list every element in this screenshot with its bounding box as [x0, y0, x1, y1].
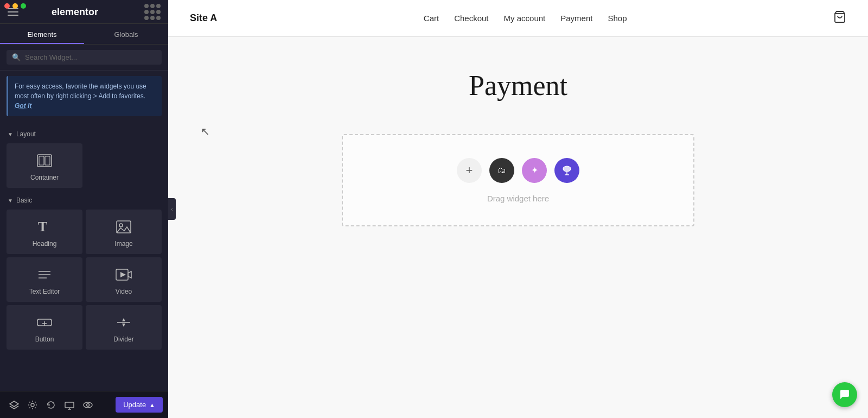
- svg-marker-12: [120, 272, 126, 277]
- svg-rect-21: [65, 402, 74, 408]
- ai-icon[interactable]: [554, 158, 579, 183]
- svg-marker-11: [128, 271, 131, 278]
- nav-links: Cart Checkout My account Payment Shop: [424, 14, 627, 23]
- nav-link-payment[interactable]: Payment: [560, 14, 592, 23]
- drop-zone-label: Drag widget here: [487, 194, 549, 203]
- section-basic-toggle[interactable]: ▼ Basic: [0, 192, 168, 207]
- traffic-light-yellow[interactable]: [12, 3, 18, 9]
- heading-icon: T: [36, 218, 53, 236]
- nav-link-checkout[interactable]: Checkout: [454, 14, 488, 23]
- traffic-light-green[interactable]: [21, 3, 26, 9]
- video-icon: [115, 266, 132, 283]
- update-button[interactable]: Update ▲: [116, 397, 163, 413]
- history-icon[interactable]: [42, 396, 60, 414]
- svg-rect-2: [39, 156, 44, 165]
- widget-divider-label: Divider: [113, 335, 133, 343]
- widget-heading-label: Heading: [33, 240, 57, 248]
- sparkle-icon[interactable]: ✦: [522, 158, 547, 183]
- section-layout-label: Layout: [16, 130, 36, 138]
- search-box: 🔍: [7, 50, 162, 65]
- svg-point-25: [87, 403, 90, 406]
- elementor-logo: elementor: [52, 5, 111, 18]
- search-icon: 🔍: [12, 53, 21, 61]
- layout-widget-grid: Container: [0, 141, 168, 192]
- svg-point-24: [84, 402, 92, 408]
- sidebar: elementor Elements Globals 🔍 For easy ac…: [0, 0, 168, 418]
- widget-heading[interactable]: T Heading: [7, 210, 82, 254]
- svg-point-20: [31, 403, 34, 407]
- page-title: Payment: [469, 69, 567, 102]
- widget-button[interactable]: Button: [7, 305, 82, 350]
- nav-link-myaccount[interactable]: My account: [504, 14, 546, 23]
- svg-marker-19: [10, 401, 18, 407]
- widget-text-editor-label: Text Editor: [29, 288, 60, 295]
- apps-grid-icon[interactable]: [144, 4, 161, 20]
- section-basic-label: Basic: [16, 197, 32, 204]
- text-editor-icon: [36, 266, 53, 283]
- main-content: Site A Cart Checkout My account Payment …: [168, 0, 868, 418]
- traffic-lights: [4, 3, 26, 9]
- svg-rect-5: [117, 221, 131, 233]
- tab-elements[interactable]: Elements: [0, 24, 84, 44]
- button-icon: [36, 314, 53, 331]
- visibility-icon[interactable]: [79, 396, 97, 414]
- svg-marker-18: [122, 324, 125, 327]
- widget-text-editor[interactable]: Text Editor: [7, 257, 82, 302]
- basic-widget-grid: T Heading Image: [0, 207, 168, 354]
- image-icon: [115, 218, 132, 236]
- svg-marker-17: [122, 318, 125, 321]
- widget-container-label: Container: [30, 174, 59, 181]
- update-label: Update: [123, 401, 146, 409]
- tip-text: For easy access, favorite the widgets yo…: [15, 83, 146, 100]
- hamburger-menu[interactable]: [8, 8, 18, 16]
- widget-container[interactable]: Container: [7, 143, 82, 188]
- preview-nav: Site A Cart Checkout My account Payment …: [168, 0, 868, 37]
- drop-zone-icons: + 🗂 ✦: [457, 158, 579, 183]
- widget-video[interactable]: Video: [86, 257, 162, 302]
- widget-sections: ▼ Layout Container ▼ Basic: [0, 122, 168, 391]
- cursor-icon: ↖: [201, 125, 210, 138]
- drop-zone[interactable]: + 🗂 ✦ Drag widget here: [342, 134, 694, 226]
- responsive-icon[interactable]: [61, 396, 78, 414]
- svg-point-6: [119, 224, 123, 227]
- section-layout-toggle[interactable]: ▼ Layout: [0, 126, 168, 141]
- cart-icon[interactable]: [833, 10, 846, 26]
- sidebar-footer: Update ▲: [0, 391, 168, 418]
- search-input[interactable]: [25, 53, 156, 61]
- widget-image[interactable]: Image: [86, 210, 162, 254]
- nav-link-shop[interactable]: Shop: [608, 14, 627, 23]
- layers-icon[interactable]: [5, 396, 23, 414]
- svg-text:elementor: elementor: [52, 7, 98, 17]
- nav-brand: Site A: [190, 12, 217, 24]
- got-it-button[interactable]: Got It: [15, 102, 31, 110]
- widget-search-container: 🔍: [0, 45, 168, 71]
- widget-divider[interactable]: Divider: [86, 305, 162, 350]
- chat-bubble-button[interactable]: [832, 382, 857, 407]
- tab-globals[interactable]: Globals: [84, 24, 168, 44]
- settings-icon[interactable]: [24, 396, 41, 414]
- preview-body: ↖ Payment + 🗂 ✦ Drag widg: [168, 37, 868, 418]
- widget-video-label: Video: [116, 288, 132, 295]
- collapse-sidebar-handle[interactable]: ‹: [168, 198, 176, 220]
- traffic-light-red[interactable]: [4, 3, 10, 9]
- tip-banner: For easy access, favorite the widgets yo…: [7, 76, 162, 116]
- svg-rect-3: [45, 156, 50, 165]
- svg-text:T: T: [38, 219, 47, 235]
- divider-icon: [115, 314, 132, 331]
- footer-icons: [5, 396, 97, 414]
- add-section-icon[interactable]: +: [457, 158, 482, 183]
- folder-icon[interactable]: 🗂: [489, 158, 514, 183]
- nav-link-cart[interactable]: Cart: [424, 14, 439, 23]
- update-chevron-icon: ▲: [149, 402, 155, 408]
- container-icon: [36, 152, 53, 169]
- arrow-icon-basic: ▼: [8, 198, 13, 204]
- arrow-icon: ▼: [8, 131, 13, 137]
- widget-button-label: Button: [35, 335, 54, 343]
- widget-image-label: Image: [114, 240, 132, 248]
- sidebar-tabs: Elements Globals: [0, 24, 168, 45]
